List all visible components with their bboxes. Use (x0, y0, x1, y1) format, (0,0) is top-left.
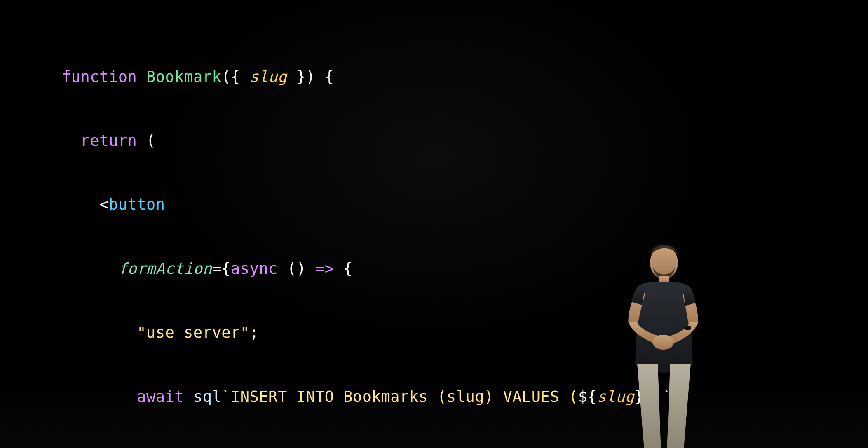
keyword-async: async (231, 260, 278, 278)
string-use-server: "use server" (137, 324, 249, 341)
arrow-fat: => (315, 260, 334, 278)
svg-point-2 (652, 335, 674, 350)
keyword-function: function (62, 68, 137, 86)
svg-rect-3 (685, 326, 691, 330)
presentation-slide: { "code": { "l1": { "kw": "function", "f… (0, 0, 868, 448)
tag-button-open: button (109, 196, 165, 213)
function-name: Bookmark (146, 68, 221, 86)
keyword-await: await (137, 388, 184, 406)
keyword-return: return (81, 132, 137, 149)
presenter-figure (604, 240, 720, 448)
code-line-2: return ( (62, 125, 681, 157)
code-line-1: function Bookmark({ slug }) { (62, 61, 681, 93)
ident-sql: sql (193, 388, 221, 406)
code-line-7: }} (62, 445, 681, 448)
code-line-6: await sql`INSERT INTO Bookmarks (slug) V… (62, 381, 681, 413)
attr-formAction: formAction (118, 260, 212, 278)
code-sample: function Bookmark({ slug }) { return ( <… (62, 29, 681, 448)
param-slug: slug (250, 68, 287, 86)
code-line-4: formAction={async () => { (62, 253, 681, 285)
code-line-3: <button (62, 189, 681, 221)
code-line-5: "use server"; (62, 317, 681, 349)
sql-query: INSERT INTO Bookmarks (slug) VALUES ( (231, 388, 578, 406)
